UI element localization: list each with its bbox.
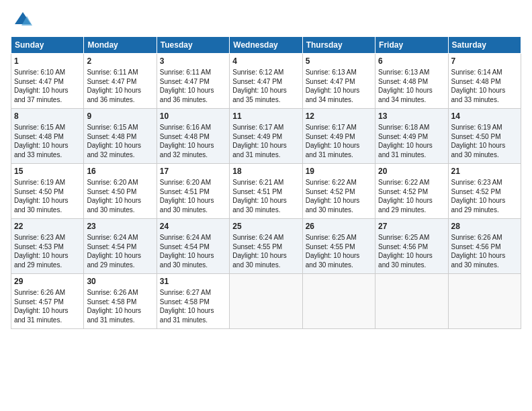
day-info-line: Sunset: 4:52 PM [451, 187, 518, 197]
day-info-line: Sunrise: 6:25 AM [306, 233, 372, 242]
calendar-cell: 31Sunrise: 6:27 AMSunset: 4:58 PMDayligh… [157, 274, 229, 329]
day-info-line: and 30 minutes. [14, 205, 81, 215]
day-info-line: Sunset: 4:48 PM [87, 132, 153, 142]
day-info-line: Sunrise: 6:22 AM [306, 178, 372, 187]
day-info-line: Sunrise: 6:26 AM [14, 288, 81, 298]
day-info-line: Sunset: 4:47 PM [160, 77, 226, 87]
day-info-line: Daylight: 10 hours [378, 251, 445, 261]
day-info-line: and 32 minutes. [87, 150, 153, 160]
calendar-week-4: 22Sunrise: 6:23 AMSunset: 4:53 PMDayligh… [11, 219, 521, 274]
day-number: 11 [232, 111, 299, 122]
day-info-line: and 37 minutes. [14, 95, 81, 105]
day-info-line: Sunset: 4:53 PM [14, 242, 81, 252]
day-info-line: Sunrise: 6:20 AM [87, 178, 153, 187]
calendar-cell: 12Sunrise: 6:17 AMSunset: 4:49 PMDayligh… [302, 109, 375, 164]
day-info-line: Daylight: 10 hours [160, 141, 226, 150]
day-info-line: Sunrise: 6:16 AM [160, 123, 226, 132]
calendar-cell: 1Sunrise: 6:10 AMSunset: 4:47 PMDaylight… [11, 54, 84, 109]
day-info-line: Sunset: 4:56 PM [451, 242, 518, 252]
day-info-line: Daylight: 10 hours [232, 251, 299, 261]
day-info-line: and 34 minutes. [378, 95, 445, 105]
day-info-line: Sunrise: 6:23 AM [451, 178, 518, 187]
day-number: 30 [87, 276, 153, 287]
page: SundayMondayTuesdayWednesdayThursdayFrid… [0, 0, 532, 411]
day-info-line: Sunrise: 6:14 AM [451, 68, 518, 77]
day-info-line: Sunrise: 6:17 AM [232, 123, 299, 132]
calendar-cell: 10Sunrise: 6:16 AMSunset: 4:48 PMDayligh… [157, 109, 229, 164]
day-info-line: Sunrise: 6:27 AM [160, 288, 226, 298]
calendar-cell: 2Sunrise: 6:11 AMSunset: 4:47 PMDaylight… [84, 54, 157, 109]
day-info-line: Sunrise: 6:18 AM [378, 123, 445, 132]
day-info-line: Sunset: 4:48 PM [451, 77, 518, 87]
day-info-line: Sunrise: 6:22 AM [378, 178, 445, 187]
day-info-line: Daylight: 10 hours [451, 86, 518, 95]
day-info-line: and 30 minutes. [160, 205, 226, 215]
day-info-line: Sunset: 4:50 PM [14, 187, 81, 197]
day-info-line: Sunset: 4:58 PM [160, 298, 226, 307]
day-info-line: and 30 minutes. [451, 261, 518, 270]
day-info-line: Sunrise: 6:11 AM [87, 68, 153, 77]
day-number: 21 [451, 166, 518, 177]
calendar-cell: 19Sunrise: 6:22 AMSunset: 4:52 PMDayligh… [302, 164, 375, 219]
day-info-line: Daylight: 10 hours [306, 196, 372, 205]
calendar-week-2: 8Sunrise: 6:15 AMSunset: 4:48 PMDaylight… [11, 109, 521, 164]
calendar-cell: 13Sunrise: 6:18 AMSunset: 4:49 PMDayligh… [375, 109, 448, 164]
day-number: 17 [160, 166, 226, 177]
day-info-line: Daylight: 10 hours [232, 196, 299, 205]
day-info-line: Sunset: 4:47 PM [232, 77, 299, 87]
day-info-line: Sunset: 4:49 PM [378, 132, 445, 142]
day-info-line: and 35 minutes. [232, 95, 299, 105]
calendar-cell: 11Sunrise: 6:17 AMSunset: 4:49 PMDayligh… [230, 109, 302, 164]
calendar-cell: 27Sunrise: 6:25 AMSunset: 4:56 PMDayligh… [375, 219, 448, 274]
day-info-line: Sunrise: 6:15 AM [14, 123, 81, 132]
day-info-line: Daylight: 10 hours [378, 141, 445, 150]
weekday-header-wednesday: Wednesday [230, 37, 302, 54]
day-info-line: Sunset: 4:49 PM [306, 132, 372, 142]
day-number: 12 [306, 111, 372, 122]
calendar-cell: 16Sunrise: 6:20 AMSunset: 4:50 PMDayligh… [84, 164, 157, 219]
day-number: 4 [232, 56, 299, 66]
day-info-line: Daylight: 10 hours [160, 251, 226, 261]
day-info-line: and 30 minutes. [306, 261, 372, 270]
calendar-cell: 23Sunrise: 6:24 AMSunset: 4:54 PMDayligh… [84, 219, 157, 274]
calendar-week-3: 15Sunrise: 6:19 AMSunset: 4:50 PMDayligh… [11, 164, 521, 219]
day-info-line: Sunrise: 6:25 AM [378, 233, 445, 242]
logo-icon [13, 11, 32, 30]
day-info-line: Daylight: 10 hours [87, 196, 153, 205]
day-info-line: Sunset: 4:48 PM [378, 77, 445, 87]
day-info-line: and 29 minutes. [378, 205, 445, 215]
day-info-line: and 33 minutes. [14, 150, 81, 160]
calendar-cell: 5Sunrise: 6:13 AMSunset: 4:47 PMDaylight… [302, 54, 375, 109]
day-info-line: Sunrise: 6:24 AM [232, 233, 299, 242]
calendar-cell: 20Sunrise: 6:22 AMSunset: 4:52 PMDayligh… [375, 164, 448, 219]
calendar-cell: 17Sunrise: 6:20 AMSunset: 4:51 PMDayligh… [157, 164, 229, 219]
day-info-line: Daylight: 10 hours [87, 86, 153, 95]
day-info-line: Daylight: 10 hours [160, 306, 226, 316]
day-number: 23 [87, 221, 153, 232]
day-number: 3 [160, 56, 226, 66]
day-info-line: Sunrise: 6:20 AM [160, 178, 226, 187]
day-info-line: Sunset: 4:55 PM [306, 242, 372, 252]
day-info-line: Sunrise: 6:21 AM [232, 178, 299, 187]
day-info-line: Sunrise: 6:12 AM [232, 68, 299, 77]
day-number: 26 [306, 221, 372, 232]
day-info-line: Sunset: 4:51 PM [160, 187, 226, 197]
day-info-line: Sunset: 4:54 PM [160, 242, 226, 252]
weekday-header-monday: Monday [84, 37, 157, 54]
day-info-line: Daylight: 10 hours [306, 86, 372, 95]
day-info-line: and 29 minutes. [87, 261, 153, 270]
day-info-line: and 31 minutes. [378, 150, 445, 160]
day-info-line: Sunset: 4:52 PM [378, 187, 445, 197]
day-info-line: and 31 minutes. [232, 150, 299, 160]
day-info-line: and 34 minutes. [306, 95, 372, 105]
day-number: 19 [306, 166, 372, 177]
calendar-week-1: 1Sunrise: 6:10 AMSunset: 4:47 PMDaylight… [11, 54, 521, 109]
day-number: 10 [160, 111, 226, 122]
day-info-line: Sunset: 4:58 PM [87, 298, 153, 307]
day-info-line: Daylight: 10 hours [14, 306, 81, 316]
day-number: 25 [232, 221, 299, 232]
day-number: 16 [87, 166, 153, 177]
day-number: 6 [378, 56, 445, 66]
day-info-line: Daylight: 10 hours [87, 141, 153, 150]
day-info-line: Daylight: 10 hours [451, 141, 518, 150]
